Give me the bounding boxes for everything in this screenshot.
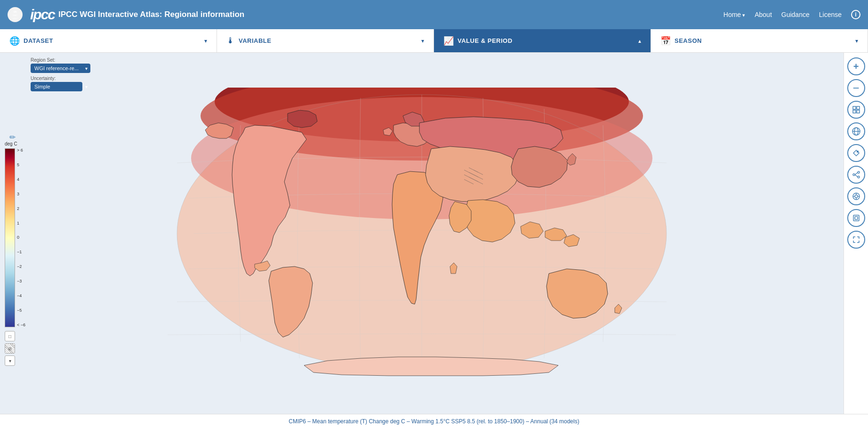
uncertainty-wrapper: Simple [31, 82, 90, 91]
season-label: SEASON [675, 37, 702, 44]
export-button[interactable] [847, 209, 865, 227]
svg-rect-21 [853, 110, 856, 113]
season-arrow: ▾ [855, 38, 858, 44]
value-period-label: VALUE & PERIOD [458, 37, 513, 44]
season-section[interactable]: 📅 SEASON ▾ [651, 29, 868, 52]
home-nav-link[interactable]: Home [723, 11, 745, 18]
svg-text:UN: UN [13, 10, 17, 13]
globe-toolbar-icon: 🌐 [9, 36, 20, 46]
status-text: CMIP6 – Mean temperature (T) Change deg … [289, 418, 579, 425]
ipcc-logo: ipcc [30, 8, 55, 22]
zoom-in-button[interactable]: + [847, 57, 865, 75]
fullscreen-button[interactable] [847, 231, 865, 249]
info-icon[interactable]: i [851, 10, 860, 19]
svg-text:WMO: WMO [13, 14, 17, 16]
svg-rect-19 [853, 106, 856, 109]
legend-hatch-btn[interactable]: ⊘ [5, 343, 15, 354]
main-content: Region Set: WGI reference-re... Uncertai… [0, 53, 868, 414]
right-sidebar: + − [844, 53, 868, 414]
value-period-section[interactable]: 📈 VALUE & PERIOD ▴ [434, 29, 651, 52]
world-map-svg[interactable] [163, 88, 681, 380]
svg-rect-39 [855, 217, 858, 219]
dataset-arrow: ▾ [204, 38, 207, 44]
toolbar: 🌐 DATASET ▾ 🌡 VARIABLE ▾ 📈 VALUE & PERIO… [0, 29, 868, 53]
svg-point-26 [857, 151, 858, 153]
svg-line-31 [855, 175, 858, 177]
dataset-label: DATASET [24, 37, 53, 44]
svg-line-30 [855, 173, 858, 175]
zoom-out-button[interactable]: − [847, 79, 865, 97]
uncertainty-group: Uncertainty: Simple [31, 76, 90, 91]
variable-arrow: ▾ [421, 38, 424, 44]
variable-section[interactable]: 🌡 VARIABLE ▾ [217, 29, 434, 52]
svg-rect-20 [857, 106, 860, 109]
calendar-icon: 📅 [660, 36, 671, 46]
chart-icon: 📈 [443, 36, 454, 46]
tag-button[interactable] [847, 144, 865, 162]
legend-palette-btn[interactable]: □ [5, 331, 15, 341]
controls-panel: Region Set: WGI reference-re... Uncertai… [31, 57, 90, 91]
header-title: IPCC WGI Interactive Atlas: Regional inf… [58, 10, 244, 19]
svg-point-27 [858, 171, 860, 173]
thermometer-icon: 🌡 [226, 36, 235, 46]
header-nav: Home About Guidance License i [723, 10, 860, 19]
legend-controls: □ ⊘ ▾ [5, 331, 26, 366]
target-button[interactable] [847, 187, 865, 205]
legend-bar [5, 148, 15, 327]
region-set-group: Region Set: WGI reference-re... [31, 57, 90, 73]
layers-button[interactable] [847, 101, 865, 119]
map-container[interactable]: ✏ deg C > 6 5 4 3 2 1 0 −1 −2 −3 [0, 53, 844, 414]
region-set-label: Region Set: [31, 57, 90, 63]
guidance-nav-link[interactable]: Guidance [781, 11, 810, 18]
about-nav-link[interactable]: About [755, 11, 772, 18]
variable-label: VARIABLE [239, 37, 271, 44]
globe-view-button[interactable] [847, 122, 865, 140]
legend-labels: > 6 5 4 3 2 1 0 −1 −2 −3 −4 −5 < −6 [17, 148, 25, 327]
logo-area: UN WMO UNEP ipcc [8, 7, 55, 22]
svg-point-33 [855, 195, 858, 198]
region-set-wrapper: WGI reference-re... [31, 64, 90, 73]
svg-point-29 [853, 174, 855, 176]
svg-rect-22 [857, 110, 860, 113]
dataset-section[interactable]: 🌐 DATASET ▾ [0, 29, 217, 52]
legend-down-btn[interactable]: ▾ [5, 355, 15, 366]
legend-unit: deg C [5, 141, 26, 146]
edit-legend-icon[interactable]: ✏ [9, 133, 16, 142]
legend-area: ✏ deg C > 6 5 4 3 2 1 0 −1 −2 −3 [5, 128, 26, 366]
wmo-logo: UN WMO UNEP [8, 7, 23, 22]
header: UN WMO UNEP ipcc IPCC WGI Interactive At… [0, 0, 868, 29]
uncertainty-label: Uncertainty: [31, 76, 90, 81]
status-bar: CMIP6 – Mean temperature (T) Change deg … [0, 414, 868, 428]
uncertainty-select[interactable]: Simple [31, 82, 82, 91]
svg-rect-38 [853, 215, 859, 221]
svg-point-28 [858, 176, 860, 178]
value-period-arrow: ▴ [638, 38, 641, 44]
region-set-select[interactable]: WGI reference-re... [31, 64, 90, 73]
license-nav-link[interactable]: License [819, 11, 842, 18]
svg-text:UNEP: UNEP [12, 17, 17, 20]
share-button[interactable] [847, 166, 865, 184]
